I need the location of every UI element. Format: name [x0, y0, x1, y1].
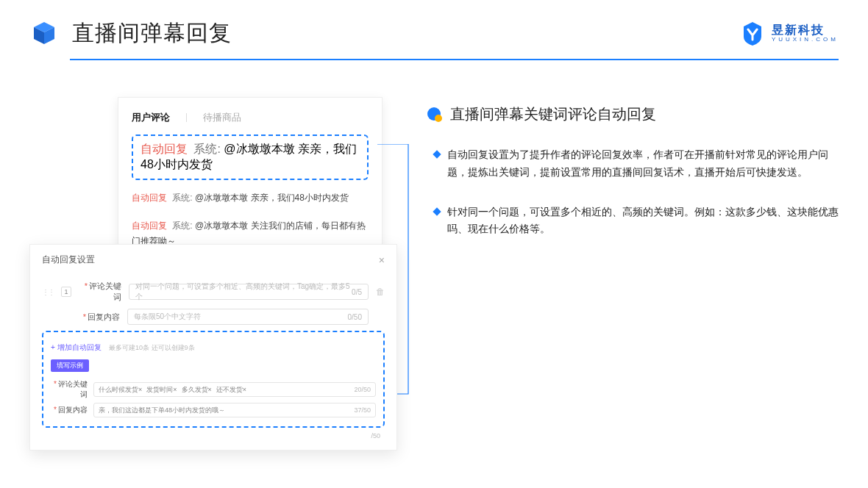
description-column: 直播间弹幕关键词评论自动回复 自动回复设置为了提升作者的评论回复效率，作者可在开…	[427, 97, 839, 238]
bullet-item: 针对同一个问题，可设置多个相近的、高频的关键词。例如：这款多少钱、这块能优惠吗、…	[434, 204, 839, 239]
bottom-count: /50	[42, 432, 385, 439]
example-reply-input[interactable]: 亲，我们这边都是下单48小时内发货的哦～ 37/50	[93, 403, 376, 417]
comment-item-highlighted: 自动回复 系统: @冰墩墩本墩 亲亲，我们48小时内发货	[132, 134, 369, 180]
placeholder-text: 每条限50个中文字符	[134, 312, 201, 322]
bullet-list: 自动回复设置为了提升作者的评论回复效率，作者可在开播前针对常见的评论用户问题，提…	[427, 146, 839, 238]
comment-tabs: 用户评论 待播商品	[132, 111, 369, 124]
example-badge: 填写示例	[51, 359, 89, 372]
bullet-text: 针对同一个问题，可设置多个相近的、高频的关键词。例如：这款多少钱、这块能优惠吗、…	[447, 204, 839, 239]
tab-pending-products[interactable]: 待播商品	[203, 111, 241, 124]
system-tag: 系统:	[172, 193, 192, 203]
logo-text: 昱新科技 YUUXIN.COM	[772, 24, 839, 43]
char-count: 0/5	[352, 288, 362, 296]
logo-sub: YUUXIN.COM	[772, 37, 839, 43]
diamond-icon	[433, 207, 441, 215]
ex-label-reply: *回复内容	[51, 405, 88, 415]
ex-tag: 什么时候发货×	[99, 385, 142, 395]
delete-icon[interactable]: 🗑	[376, 287, 385, 297]
auto-reply-tag: 自动回复	[140, 143, 188, 155]
drag-handle-icon[interactable]: ⋮⋮	[42, 288, 54, 296]
field-label-reply: *回复内容	[77, 312, 120, 323]
reply-row: *回复内容 每条限50个中文字符 0/50	[42, 309, 385, 325]
system-tag: 系统:	[193, 143, 220, 155]
section-heading: 直播间弹幕关键词评论自动回复	[427, 104, 839, 124]
brand-logo: 昱新科技 YUUXIN.COM	[739, 21, 839, 47]
field-label-keyword: *评论关键词	[79, 281, 121, 303]
example-keyword-row: *评论关键词 什么时候发货× 发货时间× 多久发货× 还不发货× 20/50	[51, 379, 376, 400]
ex-tag: 还不发货×	[216, 385, 246, 395]
example-keyword-input[interactable]: 什么时候发货× 发货时间× 多久发货× 还不发货× 20/50	[93, 382, 376, 397]
page-header: 直播间弹幕回复 昱新科技 YUUXIN.COM	[0, 0, 868, 49]
ex-tag: 发货时间×	[146, 385, 177, 395]
svg-point-4	[435, 115, 442, 122]
settings-title: 自动回复设置	[42, 254, 95, 266]
close-icon[interactable]: ×	[379, 254, 385, 266]
ex-tag: 多久发货×	[182, 385, 212, 395]
comment-list: 自动回复 系统: @冰墩墩本墩 亲亲，我们48小时内发货 自动回复 系统: @冰…	[132, 134, 369, 256]
row-number: 1	[61, 287, 71, 297]
settings-header: 自动回复设置 ×	[42, 254, 385, 266]
add-auto-reply-link[interactable]: + 增加自动回复	[51, 342, 102, 353]
example-reply-row: *回复内容 亲，我们这边都是下单48小时内发货的哦～ 37/50	[51, 403, 376, 417]
logo-main: 昱新科技	[772, 24, 839, 37]
illustration-column: 用户评论 待播商品 自动回复 系统: @冰墩墩本墩 亲亲，我们48小时内发货 自…	[29, 97, 383, 238]
reply-input[interactable]: 每条限50个中文字符 0/50	[127, 309, 369, 325]
add-hint: 最多可建10条 还可以创建9条	[109, 344, 195, 351]
placeholder-text: 对同一个问题，可设置多个相近、高频的关键词，Tag确定，最多5个	[135, 281, 352, 302]
bullet-item: 自动回复设置为了提升作者的评论回复效率，作者可在开播前针对常见的评论用户问题，提…	[434, 146, 839, 182]
auto-reply-settings-modal: 自动回复设置 × ⋮⋮ 1 *评论关键词 对同一个问题，可设置多个相近、高频的关…	[29, 244, 397, 451]
section-title: 直播间弹幕关键词评论自动回复	[450, 104, 656, 124]
comment-item: 自动回复 系统: @冰墩墩本墩 亲亲，我们48小时内发货	[132, 184, 369, 212]
keyword-row: ⋮⋮ 1 *评论关键词 对同一个问题，可设置多个相近、高频的关键词，Tag确定，…	[42, 281, 385, 303]
auto-reply-tag: 自动回复	[132, 193, 167, 203]
example-block: + 增加自动回复 最多可建10条 还可以创建9条 填写示例 *评论关键词 什么时…	[42, 331, 385, 428]
char-count: 0/50	[348, 313, 362, 321]
cube-icon	[29, 19, 59, 49]
header-left: 直播间弹幕回复	[29, 18, 232, 49]
comment-text: @冰墩墩本墩 亲亲，我们48小时内发货	[195, 193, 349, 203]
bubble-icon	[427, 107, 443, 123]
logo-mark-icon	[739, 21, 766, 47]
ex-count: 20/50	[354, 386, 371, 393]
tab-user-comments[interactable]: 用户评论	[132, 111, 170, 124]
keyword-input[interactable]: 对同一个问题，可设置多个相近、高频的关键词，Tag确定，最多5个 0/5	[129, 284, 369, 300]
ex-value: 亲，我们这边都是下单48小时内发货的哦～	[99, 406, 225, 415]
ex-label-keyword: *评论关键词	[51, 379, 88, 400]
diamond-icon	[433, 150, 441, 158]
bullet-text: 自动回复设置为了提升作者的评论回复效率，作者可在开播前针对常见的评论用户问题，提…	[447, 146, 839, 182]
page-title: 直播间弹幕回复	[72, 18, 232, 49]
tab-divider	[186, 113, 187, 122]
ex-count: 37/50	[354, 406, 371, 414]
auto-reply-tag: 自动回复	[132, 220, 167, 231]
system-tag: 系统:	[172, 220, 192, 231]
